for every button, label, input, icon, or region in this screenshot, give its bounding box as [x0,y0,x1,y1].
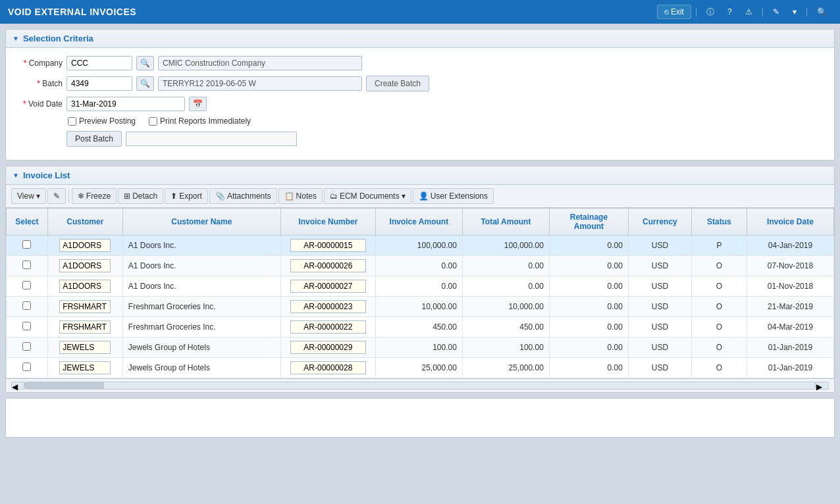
row-invoice-number-input[interactable] [290,259,365,272]
dropdown-button[interactable]: ▾ [787,5,802,19]
row-select-checkbox[interactable] [22,363,31,371]
row-total-amount-cell: 100.00 [462,338,549,358]
table-row: A1 Doors Inc. 100,000.00 100,000.00 0.00… [7,236,834,256]
table-row: A1 Doors Inc. 0.00 0.00 0.00 USD O 01-No… [7,276,834,297]
detach-button[interactable]: ⊞ Detach [118,188,163,204]
company-search-button[interactable]: 🔍 [136,56,154,70]
chevron-down-icon: ▾ [793,7,797,16]
row-customer-cell [47,236,122,256]
edit-toolbar-button[interactable]: ✎ [47,188,66,204]
batch-input[interactable] [66,76,132,91]
help-button[interactable]: ? [722,5,737,19]
toolbar-separator1 [68,189,69,203]
row-customer-input[interactable] [59,320,111,334]
ecm-icon: 🗂 [330,191,338,201]
row-customer-cell [47,338,122,358]
row-invoice-number-input[interactable] [290,280,365,293]
row-status-cell: O [691,338,747,358]
extensions-button[interactable]: 👤 User Extensions [413,188,494,204]
export-button[interactable]: ⬆ Export [165,188,208,204]
search-button[interactable]: 🔍 [812,5,832,19]
scroll-right-button[interactable]: ▶ [816,382,829,390]
create-batch-button[interactable]: Create Batch [366,76,429,91]
scrollbar-area: ◀ ▶ [6,378,834,392]
info-button[interactable]: ⓘ [701,4,720,20]
row-invoice-number-cell [280,236,375,256]
void-date-input[interactable] [66,97,185,111]
row-invoice-amount-cell: 0.00 [375,276,462,297]
row-total-amount-cell: 0.00 [462,276,549,297]
print-reports-checkbox[interactable] [149,117,157,126]
scrollbar-thumb[interactable] [25,382,104,389]
post-batch-button[interactable]: Post Batch [66,131,122,147]
calendar-icon: 📅 [193,99,203,109]
row-invoice-date-cell: 01-Jan-2019 [747,358,833,378]
row-invoice-number-cell [280,358,375,378]
row-select-cell [7,358,48,378]
main-content: ▼ Selection Criteria Company 🔍 Batch 🔍 [0,24,840,443]
row-invoice-date-cell: 01-Jan-2019 [747,338,833,358]
row-customer-cell [47,276,122,297]
row-select-checkbox[interactable] [22,342,31,351]
exit-button[interactable]: ⎋ Exit [657,5,691,19]
invoice-list-collapse-icon[interactable]: ▼ [13,172,19,179]
row-select-checkbox[interactable] [22,281,31,290]
row-invoice-date-cell: 04-Mar-2019 [747,317,833,338]
row-retainage-amount-cell: 0.00 [549,256,628,276]
notes-button[interactable]: 📋 Notes [278,188,323,204]
row-customer-input[interactable] [59,341,111,354]
row-total-amount-cell: 100,000.00 [462,236,549,256]
calendar-button[interactable]: 📅 [189,97,207,111]
company-row: Company 🔍 [16,56,824,70]
row-invoice-amount-cell: 100.00 [375,338,462,358]
row-invoice-amount-cell: 0.00 [375,256,462,276]
edit-button[interactable]: ✎ [768,5,785,19]
edit-toolbar-icon: ✎ [53,191,60,201]
row-invoice-number-input[interactable] [290,239,365,252]
row-select-checkbox[interactable] [22,240,31,249]
row-invoice-number-input[interactable] [290,320,365,334]
row-select-checkbox[interactable] [22,301,31,310]
invoice-list-toolbar: View ▾ ✎ ❄ Freeze ⊞ Detach ⬆ Export [6,185,834,208]
row-invoice-number-input[interactable] [290,361,365,374]
row-select-checkbox[interactable] [22,261,31,269]
selection-criteria-panel: ▼ Selection Criteria Company 🔍 Batch 🔍 [5,29,835,161]
collapse-arrow-icon[interactable]: ▼ [13,35,19,42]
col-header-customer: Customer [47,209,122,236]
row-total-amount-cell: 25,000.00 [462,358,549,378]
ecm-dropdown-icon: ▾ [402,191,406,201]
row-invoice-number-input[interactable] [290,341,365,354]
row-customer-cell [47,317,122,338]
checkboxes-row: Preview Posting Print Reports Immediatel… [16,116,824,126]
row-customer-input[interactable] [59,259,111,272]
row-customer-input[interactable] [59,280,111,293]
app-header: VOID EXTERNAL INVOICES ⎋ Exit | ⓘ ? ⚠ | … [0,0,840,24]
company-input[interactable] [66,56,132,70]
row-currency-cell: USD [628,256,691,276]
row-customer-name-cell: Freshmart Groceries Inc. [122,297,280,317]
row-currency-cell: USD [628,276,691,297]
void-date-row: Void Date 📅 [16,97,824,111]
app-title: VOID EXTERNAL INVOICES [8,7,136,17]
batch-search-button[interactable]: 🔍 [136,76,154,91]
view-button[interactable]: View ▾ [11,188,46,204]
col-header-total-amount: Total Amount [462,209,549,236]
attachments-button[interactable]: 📎 Attachments [209,188,277,204]
row-invoice-number-cell [280,317,375,338]
ecm-button[interactable]: 🗂 ECM Documents ▾ [324,188,411,204]
row-customer-input[interactable] [59,361,111,374]
post-batch-progress [126,132,297,146]
scrollbar-track[interactable] [24,382,816,390]
freeze-button[interactable]: ❄ Freeze [72,188,117,204]
row-customer-input[interactable] [59,239,111,252]
col-header-invoice-date: Invoice Date [747,209,833,236]
row-invoice-number-input[interactable] [290,300,365,313]
company-label: Company [16,59,63,68]
row-customer-cell [47,256,122,276]
row-customer-input[interactable] [59,300,111,313]
alert-button[interactable]: ⚠ [740,5,758,19]
row-select-checkbox[interactable] [22,322,31,330]
row-invoice-number-cell [280,297,375,317]
scroll-left-button[interactable]: ◀ [11,382,24,390]
preview-posting-checkbox[interactable] [68,117,76,126]
